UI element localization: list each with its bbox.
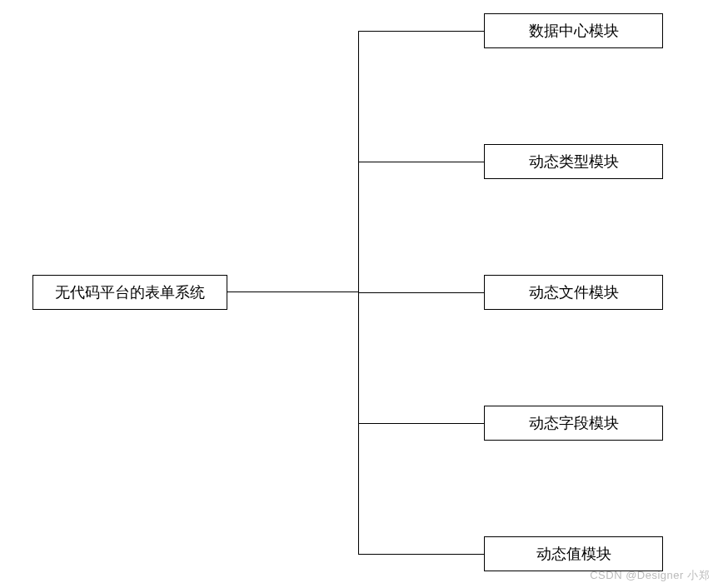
child-node-2: 动态文件模块	[484, 275, 663, 310]
connector-branch-4	[358, 554, 484, 555]
root-node-label: 无代码平台的表单系统	[55, 282, 205, 302]
child-node-label: 动态字段模块	[529, 413, 619, 433]
connector-branch-2	[358, 292, 484, 293]
child-node-label: 动态文件模块	[529, 282, 619, 302]
child-node-label: 动态类型模块	[529, 152, 619, 172]
connector-branch-1	[358, 162, 484, 162]
child-node-3: 动态字段模块	[484, 406, 663, 441]
connector-branch-3	[358, 423, 484, 424]
connector-branch-0	[358, 31, 484, 32]
root-node: 无代码平台的表单系统	[32, 275, 227, 310]
connector-root-trunk	[227, 292, 358, 292]
child-node-label: 动态值模块	[536, 544, 611, 564]
watermark-text: CSDN @Designer 小郑	[590, 568, 710, 583]
child-node-4: 动态值模块	[484, 536, 663, 571]
child-node-1: 动态类型模块	[484, 144, 663, 179]
child-node-0: 数据中心模块	[484, 13, 663, 48]
child-node-label: 数据中心模块	[529, 21, 619, 41]
